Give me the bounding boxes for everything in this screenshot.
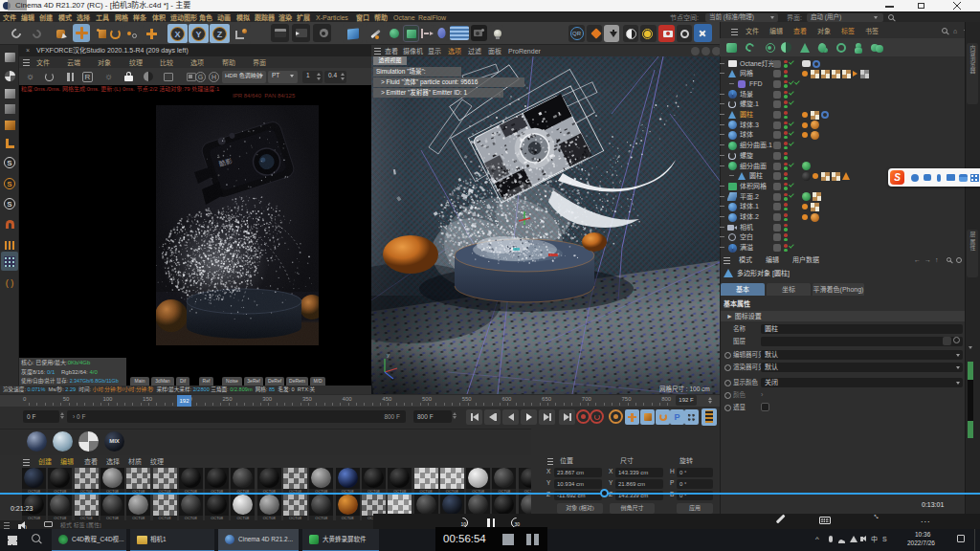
svg-text:y: y bbox=[387, 352, 390, 358]
